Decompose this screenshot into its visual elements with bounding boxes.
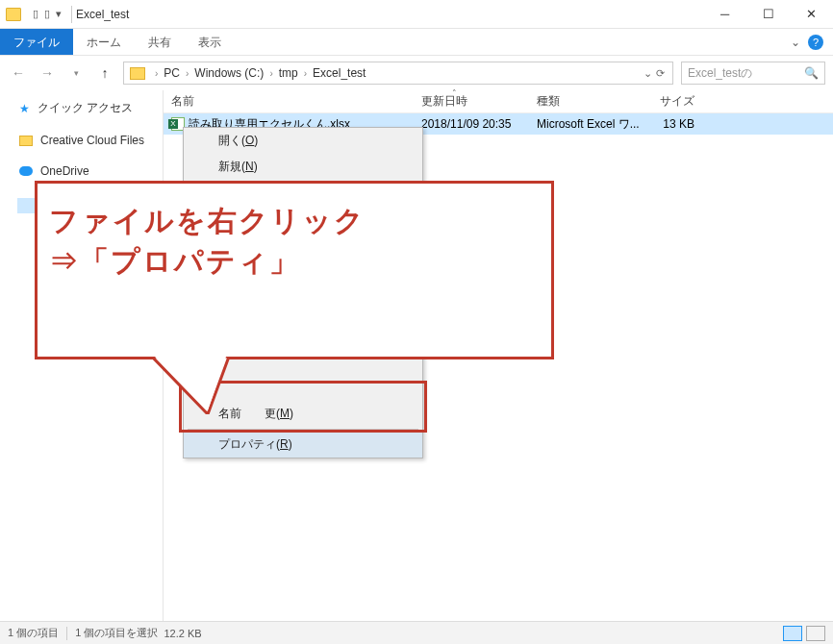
ribbon-expand-icon[interactable]: ⌄ [791,36,800,49]
help-icon[interactable]: ? [808,35,823,50]
qat-icon[interactable]: ▯ [33,8,38,20]
sidebar-item-onedrive[interactable]: OneDrive [0,161,163,182]
tab-view[interactable]: 表示 [185,29,235,55]
maximize-button[interactable]: ☐ [746,0,790,29]
menu-item-properties[interactable]: プロパティ(R) [184,432,422,458]
annotation-text-2: ⇒「プロパティ」 [49,241,540,282]
folder-icon [19,136,33,146]
breadcrumb-item[interactable]: tmp [279,66,298,80]
breadcrumb-item[interactable]: PC [164,66,180,80]
window-title: Excel_test [76,8,129,21]
file-date: 2018/11/09 20:35 [414,117,529,131]
folder-icon [6,8,21,21]
annotation-text-1: ファイルを右クリック [49,201,540,241]
view-details-button[interactable] [783,626,802,641]
column-headers: 名前 更新日時 種類 サイズ [164,90,833,113]
search-icon: 🔍 [804,66,819,80]
star-icon: ★ [19,102,30,115]
column-header-size[interactable]: サイズ [644,93,702,110]
breadcrumb-dropdown-icon[interactable]: ⌄ [644,67,652,80]
title-bar: ▯ ▯ ▾ Excel_test ─ ☐ ✕ [0,0,833,29]
refresh-icon[interactable]: ⟳ [656,67,665,80]
back-button[interactable]: ← [8,62,29,84]
minimize-button[interactable]: ─ [703,0,746,29]
svg-marker-1 [155,357,226,410]
status-item-count: 1 個の項目 [8,626,59,640]
navigation-bar: ← → ▾ ↑ › PC › Windows (C:) › tmp › Exce… [0,56,833,90]
column-header-name[interactable]: 名前 [164,93,414,110]
column-header-date[interactable]: 更新日時 [414,93,529,110]
qat-dropdown-icon[interactable]: ▾ [56,8,62,20]
file-size: 13 KB [644,117,702,131]
status-size: 12.2 KB [164,628,202,639]
breadcrumb-folder-icon [130,67,145,80]
forward-button[interactable]: → [37,62,58,84]
quick-access-toolbar[interactable]: ▯ ▯ ▾ [27,8,67,20]
annotation-callout: ファイルを右クリック ⇒「プロパティ」 [35,181,554,359]
menu-item-new[interactable]: 新規(N) [184,154,422,180]
breadcrumb-item[interactable]: Excel_test [313,66,366,80]
ribbon-tabs: ファイル ホーム 共有 表示 ⌄ ? [0,29,833,56]
sort-indicator-icon: ˄ [452,88,457,98]
breadcrumb[interactable]: › PC › Windows (C:) › tmp › Excel_test ⌄… [123,62,673,85]
sidebar-item-creative-cloud[interactable]: Creative Cloud Files [0,130,163,151]
close-button[interactable]: ✕ [790,0,833,29]
file-type: Microsoft Excel ワ... [529,116,644,133]
chevron-right-icon[interactable]: › [149,68,164,79]
up-button[interactable]: ↑ [94,62,115,84]
sidebar-item-label: Creative Cloud Files [40,134,144,147]
column-header-type[interactable]: 種類 [529,93,644,110]
tab-home[interactable]: ホーム [73,29,135,55]
status-selected-count: 1 個の項目を選択 [75,626,158,640]
chevron-right-icon[interactable]: › [298,68,313,79]
sidebar-item-label: クイック アクセス [38,100,133,116]
tab-share[interactable]: 共有 [135,29,185,55]
qat-icon[interactable]: ▯ [44,8,50,20]
sidebar-item-quick-access[interactable]: ★ クイック アクセス [0,96,163,120]
recent-dropdown[interactable]: ▾ [65,62,87,84]
cloud-icon [19,166,33,176]
tab-file[interactable]: ファイル [0,29,73,55]
breadcrumb-item[interactable]: Windows (C:) [194,66,264,80]
status-bar: 1 個の項目 1 個の項目を選択 12.2 KB [0,621,833,644]
view-large-icons-button[interactable] [806,626,825,641]
sidebar-item-label: OneDrive [40,164,89,178]
search-input[interactable]: Excel_testの 🔍 [681,62,825,85]
menu-item-open[interactable]: 開く(O) [184,128,422,154]
search-placeholder: Excel_testの [688,65,752,82]
chevron-right-icon[interactable]: › [180,68,194,79]
chevron-right-icon[interactable]: › [264,68,278,79]
